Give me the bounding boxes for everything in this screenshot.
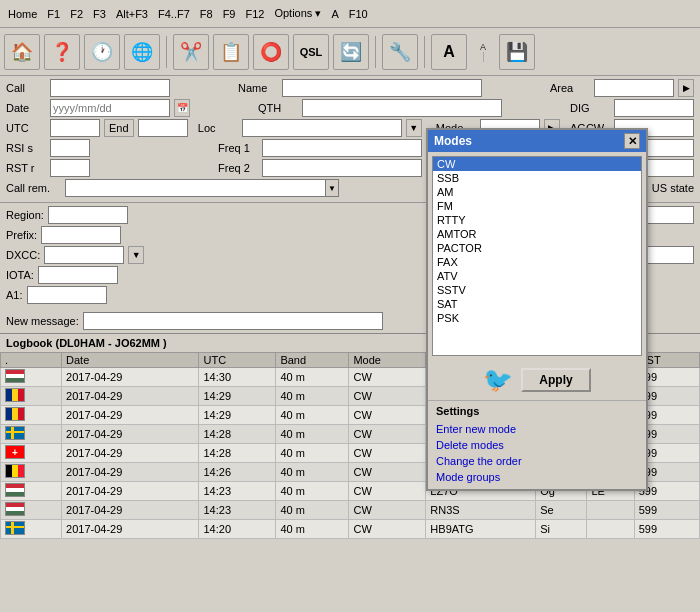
- form-row-date: Date 📅 QTH DIG: [6, 99, 694, 117]
- mode-list-item[interactable]: SSTV: [433, 283, 641, 297]
- callrem-input[interactable]: [65, 179, 325, 197]
- mode-list-item[interactable]: RTTY: [433, 213, 641, 227]
- qth-input[interactable]: [302, 99, 502, 117]
- menu-home[interactable]: Home: [4, 6, 41, 22]
- globe-icon[interactable]: 🌐: [124, 34, 160, 70]
- dialog-close-button[interactable]: ✕: [624, 133, 640, 149]
- help-icon[interactable]: ❓: [44, 34, 80, 70]
- utc-end-input[interactable]: [138, 119, 188, 137]
- menu-f8[interactable]: F8: [196, 6, 217, 22]
- modes-listbox[interactable]: CWSSBAMFMRTTYAMTORPACTORFAXATVSSTVSATPSK: [432, 156, 642, 356]
- iota-input[interactable]: [38, 266, 118, 284]
- mode-list-item[interactable]: FM: [433, 199, 641, 213]
- cell-band: 40 m: [276, 501, 349, 520]
- form-row-call: Call Name Area ▶: [6, 79, 694, 97]
- clock-icon[interactable]: 🕐: [84, 34, 120, 70]
- mode-list-item[interactable]: FAX: [433, 255, 641, 269]
- table-row[interactable]: 2017-04-29 14:23 40 m CW RN3S Se 599: [1, 501, 700, 520]
- area-input[interactable]: [594, 79, 674, 97]
- circle-icon[interactable]: ⭕: [253, 34, 289, 70]
- region-item: Region:: [6, 206, 128, 224]
- cell-date: 2017-04-29: [62, 520, 199, 539]
- mode-list-item[interactable]: PSK: [433, 311, 641, 325]
- mode-list-item[interactable]: ATV: [433, 269, 641, 283]
- col-mode: Mode: [349, 353, 426, 368]
- menu-f2[interactable]: F2: [66, 6, 87, 22]
- cell-utc: 14:29: [199, 387, 276, 406]
- mode-list-item[interactable]: PACTOR: [433, 241, 641, 255]
- note-icon[interactable]: 📋: [213, 34, 249, 70]
- call-label: Call: [6, 82, 46, 94]
- dxcc-down[interactable]: ▼: [128, 246, 144, 264]
- refresh-icon[interactable]: 🔄: [333, 34, 369, 70]
- menu-altf3[interactable]: Alt+F3: [112, 6, 152, 22]
- cell-flag: [1, 368, 62, 387]
- apply-icon: 🐦: [483, 366, 513, 394]
- call-input[interactable]: [50, 79, 170, 97]
- mode-list-item[interactable]: SSB: [433, 171, 641, 185]
- cell-utc: 14:28: [199, 425, 276, 444]
- delete-modes-link[interactable]: Delete modes: [436, 437, 638, 453]
- cell-band: 40 m: [276, 406, 349, 425]
- prefix-input[interactable]: [41, 226, 121, 244]
- change-order-link[interactable]: Change the order: [436, 453, 638, 469]
- region-label: Region:: [6, 209, 44, 221]
- tools-icon[interactable]: ✂️: [173, 34, 209, 70]
- col-utc: UTC: [199, 353, 276, 368]
- menu-f3[interactable]: F3: [89, 6, 110, 22]
- menu-f10[interactable]: F10: [345, 6, 372, 22]
- dig-input[interactable]: [614, 99, 694, 117]
- cell-name: Si: [536, 520, 587, 539]
- cell-utc: 14:28: [199, 444, 276, 463]
- cell-date: 2017-04-29: [62, 387, 199, 406]
- rstr-input[interactable]: [50, 159, 90, 177]
- mode-list-item[interactable]: AMTOR: [433, 227, 641, 241]
- prefix-label: Prefix:: [6, 229, 37, 241]
- menu-options[interactable]: Options ▾: [270, 5, 325, 22]
- dialog-title-bar: Modes ✕: [428, 130, 646, 152]
- mode-list-item[interactable]: CW: [433, 157, 641, 171]
- save-icon[interactable]: 💾: [499, 34, 535, 70]
- calendar-icon[interactable]: 📅: [174, 99, 190, 117]
- callrem-dropdown[interactable]: ▼: [325, 179, 339, 197]
- cell-date: 2017-04-29: [62, 482, 199, 501]
- apply-button[interactable]: Apply: [521, 368, 590, 392]
- font-a-icon[interactable]: A: [431, 34, 467, 70]
- table-row[interactable]: 2017-04-29 14:20 40 m CW HB9ATG Si 599: [1, 520, 700, 539]
- utc-input[interactable]: [50, 119, 100, 137]
- home-icon[interactable]: 🏠: [4, 34, 40, 70]
- cell-call: HB9ATG: [426, 520, 536, 539]
- mode-groups-link[interactable]: Mode groups: [436, 469, 638, 485]
- prefix-item: Prefix:: [6, 226, 121, 244]
- cell-flag: [1, 444, 62, 463]
- freq2-input[interactable]: [262, 159, 422, 177]
- menu-a[interactable]: A: [327, 6, 342, 22]
- mode-list-item[interactable]: SAT: [433, 297, 641, 311]
- new-message-input[interactable]: [83, 312, 383, 330]
- region-input[interactable]: [48, 206, 128, 224]
- wrench-icon[interactable]: 🔧: [382, 34, 418, 70]
- menu-f1[interactable]: F1: [43, 6, 64, 22]
- toolbar-separator-3: [424, 36, 425, 68]
- freq1-input[interactable]: [262, 139, 422, 157]
- cell-rst: 599: [634, 520, 699, 539]
- loc-down-arrow[interactable]: ▼: [406, 119, 422, 137]
- qsl-icon[interactable]: QSL: [293, 34, 329, 70]
- cell-mode: CW: [349, 520, 426, 539]
- a1-input[interactable]: [27, 286, 107, 304]
- utc-label: UTC: [6, 122, 46, 134]
- enter-new-mode-link[interactable]: Enter new mode: [436, 421, 638, 437]
- menu-f12[interactable]: F12: [241, 6, 268, 22]
- rsis-input[interactable]: [50, 139, 90, 157]
- menu-f9[interactable]: F9: [219, 6, 240, 22]
- end-button[interactable]: End: [104, 119, 134, 137]
- menu-f4f7[interactable]: F4..F7: [154, 6, 194, 22]
- dxcc-input[interactable]: [44, 246, 124, 264]
- area-arrow[interactable]: ▶: [678, 79, 694, 97]
- mode-list-item[interactable]: AM: [433, 185, 641, 199]
- cell-date: 2017-04-29: [62, 368, 199, 387]
- date-input[interactable]: [50, 99, 170, 117]
- loc-input[interactable]: [242, 119, 402, 137]
- us-state-label: US state: [652, 182, 694, 194]
- name-input[interactable]: [282, 79, 482, 97]
